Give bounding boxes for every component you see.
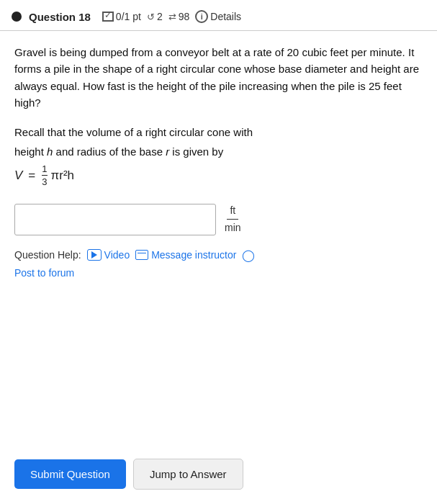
jump-to-answer-button[interactable]: Jump to Answer [133, 459, 243, 490]
message-label: Message instructor [151, 249, 236, 261]
video-link[interactable]: Video [87, 249, 130, 261]
question-title: Question 18 [29, 11, 91, 23]
main-content: Gravel is being dumped from a conveyor b… [0, 31, 437, 447]
formula-fraction: 1 3 [42, 163, 47, 188]
message-link[interactable]: Message instructor [135, 249, 236, 261]
formula-block: V = 1 3 πr²h [14, 163, 423, 188]
rating-value: 98 [179, 11, 190, 22]
formula-equals: = [28, 166, 35, 185]
formula-rest: πr²h [51, 166, 75, 185]
answer-row: ft min [14, 204, 423, 235]
recall-line2: height h and radius of the base r is giv… [14, 143, 423, 160]
help-row: Question Help: Video Message instructor … [14, 248, 423, 262]
units-numerator: ft [227, 204, 238, 220]
units-denominator: min [225, 220, 241, 235]
units-fraction: ft min [225, 204, 241, 235]
bubble-link[interactable]: ◯ [242, 248, 255, 262]
formula-denominator: 3 [42, 176, 47, 188]
score-value: 0/1 pt [116, 11, 141, 22]
bubble-icon: ◯ [242, 248, 255, 262]
button-row: Submit Question Jump to Answer [0, 447, 437, 504]
video-icon [87, 249, 102, 261]
message-icon [135, 250, 148, 260]
header-meta: 0/1 pt ↺ 2 ⇄ 98 i Details [102, 10, 425, 23]
submit-button[interactable]: Submit Question [14, 459, 126, 489]
checkbox-icon [102, 12, 114, 22]
details-link[interactable]: Details [210, 11, 241, 22]
question-header: Question 18 0/1 pt ↺ 2 ⇄ 98 i Details [0, 0, 437, 31]
answer-input[interactable] [14, 204, 216, 235]
formula-v: V [14, 166, 22, 185]
undo-icon: ↺ [147, 12, 155, 22]
help-label: Question Help: [14, 249, 81, 261]
refresh-icon: ⇄ [168, 12, 176, 22]
problem-text: Gravel is being dumped from a conveyor b… [14, 44, 423, 111]
recall-line1: Recall that the volume of a right circul… [14, 124, 423, 140]
attempts-item: ↺ 2 [147, 11, 163, 22]
main-container: Question 18 0/1 pt ↺ 2 ⇄ 98 i Details [0, 0, 437, 504]
attempts-value: 2 [157, 11, 163, 22]
score-item: 0/1 pt [102, 11, 141, 22]
details-item[interactable]: i Details [195, 10, 241, 23]
video-label: Video [104, 249, 130, 261]
play-triangle [91, 251, 97, 258]
rating-item: ⇄ 98 [168, 11, 190, 22]
info-icon: i [195, 10, 208, 23]
formula-numerator: 1 [42, 163, 47, 176]
question-dot-icon [12, 12, 22, 22]
post-link[interactable]: Post to forum [14, 267, 74, 279]
